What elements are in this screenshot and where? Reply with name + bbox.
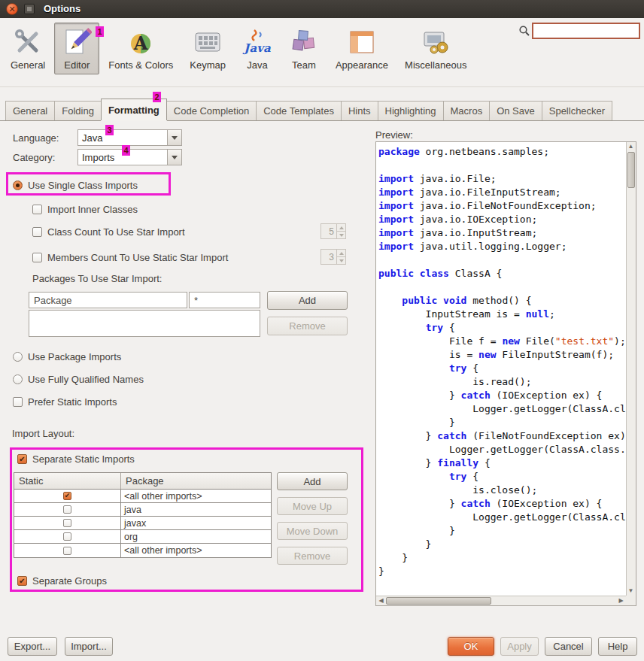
- table-row[interactable]: java: [14, 503, 271, 517]
- import-button[interactable]: Import...: [65, 637, 113, 656]
- checkbox-separate-static-imports[interactable]: [17, 454, 27, 464]
- column-header-package[interactable]: Package: [121, 473, 271, 490]
- toolbar-item-appearance[interactable]: Appearance: [328, 23, 396, 74]
- toolbar-item-fonts-colors[interactable]: AFonts & Colors: [101, 23, 181, 74]
- scroll-up-icon[interactable]: ▲: [626, 142, 636, 151]
- import-layout-table[interactable]: Static Package <all other imports>javaja…: [14, 472, 272, 558]
- tab-strip: GeneralFoldingFormattingCode CompletionC…: [0, 97, 644, 121]
- spinner-arrows[interactable]: [336, 224, 345, 238]
- chevron-down-icon[interactable]: [167, 150, 181, 165]
- apply-button[interactable]: Apply: [500, 637, 539, 656]
- static-cell: [14, 503, 121, 516]
- checkbox-separate-groups[interactable]: [17, 576, 27, 586]
- export-button[interactable]: Export...: [8, 637, 57, 656]
- chevron-down-icon[interactable]: [167, 130, 181, 145]
- spinner-down-icon[interactable]: [337, 231, 345, 238]
- option-label: Use Package Imports: [28, 351, 121, 362]
- option-import-inner-classes[interactable]: Import Inner Classes: [32, 203, 138, 216]
- table-row[interactable]: <all other imports>: [14, 490, 271, 503]
- layout-remove-button[interactable]: Remove: [277, 547, 348, 565]
- layout-move-up-button[interactable]: Move Up: [277, 497, 348, 515]
- static-checkbox[interactable]: [63, 532, 71, 541]
- column-header-static[interactable]: Static: [14, 473, 121, 490]
- category-row: Category:: [13, 151, 77, 164]
- option-use-single-class-imports[interactable]: Use Single Class Imports: [13, 179, 138, 192]
- option-use-package-imports[interactable]: Use Package Imports: [13, 350, 121, 363]
- tab-spellchecker[interactable]: Spellchecker: [542, 101, 612, 120]
- tab-code-completion[interactable]: Code Completion: [166, 101, 257, 120]
- checkbox-class-count[interactable]: [32, 227, 42, 237]
- tab-hints[interactable]: Hints: [341, 101, 378, 120]
- members-count-spinner[interactable]: 3: [320, 249, 346, 265]
- checkbox-members-count[interactable]: [32, 253, 42, 262]
- language-row: Language:: [13, 132, 77, 144]
- checkbox-import-inner-classes[interactable]: [32, 205, 42, 214]
- spinner-arrows[interactable]: [336, 250, 345, 264]
- radio-use-package-imports[interactable]: [13, 352, 23, 362]
- option-separate-groups[interactable]: Separate Groups: [17, 575, 107, 587]
- static-checkbox[interactable]: [63, 492, 71, 500]
- star-table-body[interactable]: [29, 310, 260, 337]
- category-toolbar: GeneralEditorAFonts & ColorsKeymapJavaJa…: [0, 18, 644, 87]
- option-label: Import Inner Classes: [47, 204, 138, 215]
- vertical-scroll-thumb[interactable]: [627, 152, 635, 188]
- class-count-spinner[interactable]: 5: [320, 223, 346, 239]
- spinner-down-icon[interactable]: [337, 256, 345, 264]
- tab-highlighting[interactable]: Highlighting: [378, 101, 444, 120]
- code-line: import java.util.logging.Logger;: [378, 240, 626, 253]
- horizontal-scroll-thumb[interactable]: [386, 597, 491, 605]
- static-checkbox[interactable]: [63, 505, 71, 514]
- package-cell: org: [121, 530, 271, 543]
- option-members-count-static-star[interactable]: Members Count To Use Static Star Import: [32, 251, 228, 264]
- option-separate-static-imports[interactable]: Separate Static Imports: [17, 453, 135, 465]
- toolbar-item-editor[interactable]: Editor: [54, 23, 99, 74]
- scroll-down-icon[interactable]: ▼: [626, 587, 636, 596]
- keymap-icon: [193, 27, 223, 57]
- table-row[interactable]: javax: [14, 517, 271, 530]
- close-button[interactable]: ✕: [6, 3, 18, 15]
- option-use-fully-qualified-names[interactable]: Use Fully Qualified Names: [13, 373, 144, 386]
- packages-star-import-label: Packages To Use Star Import:: [32, 273, 162, 284]
- toolbar-item-keymap[interactable]: Keymap: [182, 23, 233, 74]
- tab-folding[interactable]: Folding: [54, 101, 102, 120]
- help-button[interactable]: Help: [598, 637, 637, 656]
- preview-code: package org.netbeans.samples; import jav…: [376, 142, 626, 596]
- table-row[interactable]: org: [14, 530, 271, 544]
- tab-code-templates[interactable]: Code Templates: [256, 101, 342, 120]
- code-line: import java.io.FileNotFoundException;: [378, 199, 626, 213]
- tab-formatting[interactable]: Formatting: [101, 99, 167, 120]
- star-add-button[interactable]: Add: [267, 291, 348, 310]
- scroll-right-icon[interactable]: ▶: [616, 596, 626, 605]
- option-class-count-star-import[interactable]: Class Count To Use Star Import: [32, 226, 185, 238]
- toolbar-item-general[interactable]: General: [3, 23, 53, 74]
- vertical-scrollbar[interactable]: ▲ ▼: [626, 142, 636, 596]
- toolbar-item-team[interactable]: Team: [281, 23, 327, 74]
- star-remove-button[interactable]: Remove: [267, 317, 348, 335]
- radio-single-class-imports[interactable]: [13, 180, 23, 190]
- horizontal-scrollbar[interactable]: ◀ ▶: [376, 596, 626, 605]
- checkbox-prefer-static-imports[interactable]: [13, 397, 23, 407]
- layout-move-down-button[interactable]: Move Down: [277, 522, 348, 540]
- table-row[interactable]: <all other imports>: [14, 544, 271, 557]
- spinner-up-icon[interactable]: [337, 224, 345, 231]
- toolbar-item-miscellaneous[interactable]: Miscellaneous: [397, 23, 474, 74]
- search-input[interactable]: [532, 23, 640, 39]
- tab-macros[interactable]: Macros: [443, 101, 491, 120]
- title-bar[interactable]: ✕ Options: [0, 0, 644, 18]
- spinner-up-icon[interactable]: [337, 250, 345, 256]
- ok-button[interactable]: OK: [448, 637, 494, 656]
- star-table-header-star[interactable]: *: [189, 292, 260, 308]
- category-combobox[interactable]: Imports: [77, 149, 182, 165]
- scroll-left-icon[interactable]: ◀: [376, 596, 386, 605]
- radio-use-fully-qualified-names[interactable]: [13, 374, 23, 384]
- option-prefer-static-imports[interactable]: Prefer Static Imports: [13, 396, 117, 408]
- language-combobox[interactable]: Java: [77, 129, 182, 146]
- cancel-button[interactable]: Cancel: [545, 637, 592, 656]
- star-table-header-package[interactable]: Package: [29, 292, 187, 308]
- static-checkbox[interactable]: [63, 519, 71, 527]
- tab-on-save[interactable]: On Save: [489, 101, 542, 120]
- toolbar-item-java[interactable]: JavaJava: [235, 23, 280, 74]
- layout-add-button[interactable]: Add: [277, 472, 348, 490]
- tab-general[interactable]: General: [5, 101, 55, 120]
- static-checkbox[interactable]: [63, 547, 71, 555]
